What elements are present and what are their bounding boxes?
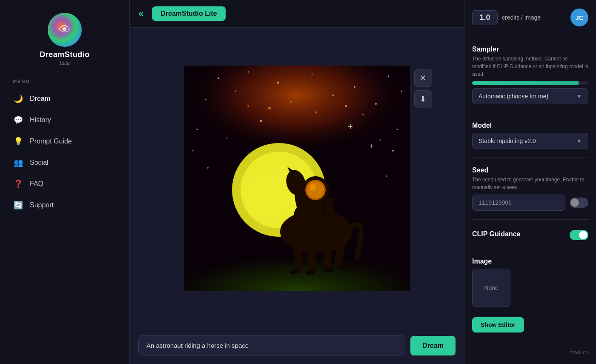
seed-row [472,195,588,211]
top-bar: « DreamStudio Lite [130,0,464,28]
sampler-desc: The diffusion sampling method. Cannot be… [472,55,588,78]
seed-toggle[interactable] [570,198,588,208]
avatar[interactable]: JC [570,9,588,26]
logo-area: 👁 DreamStudio beta [40,13,90,66]
sampler-value: Automatic (choose for me) [479,93,548,100]
sidebar-item-faq[interactable]: ❓ FAQ [0,173,129,195]
dream-button[interactable]: Dream [410,336,456,355]
sidebar-item-faq-label: FAQ [30,180,43,188]
svg-point-44 [309,184,316,191]
seed-section: Seed The seed used to generate your imag… [472,166,588,211]
seed-toggle-knob [570,198,579,207]
logo-eye-icon: 👁 [58,23,71,37]
generated-image-container: ✕ ⬇ [184,66,410,291]
svg-point-48 [386,175,387,177]
main-content: « DreamStudio Lite [130,0,464,364]
back-button[interactable]: « [138,8,143,19]
sidebar-item-history[interactable]: 💬 History [0,109,129,131]
divider-1 [472,37,588,37]
watermark: znwx.cn [472,345,588,355]
svg-rect-36 [306,270,315,275]
divider-5 [472,249,588,249]
seed-input[interactable] [472,195,565,211]
prompt-input[interactable] [138,335,405,355]
history-icon: 💬 [13,115,24,126]
divider-2 [472,113,588,113]
sampler-dropdown[interactable]: Automatic (choose for me) ▼ [472,88,588,104]
logo-icon: 👁 [48,13,82,47]
sidebar-item-prompt-guide-label: Prompt Guide [30,138,72,145]
sidebar-item-dream[interactable]: 🌙 Dream [0,88,129,109]
right-panel: 1.0 credits / image JC Sampler The diffu… [464,0,596,364]
divider-3 [472,158,588,158]
menu-label: MENU [0,79,129,84]
app-title-pill: DreamStudio Lite [152,6,225,21]
sidebar: 👁 DreamStudio beta MENU 🌙 Dream 💬 Histor… [0,0,130,364]
sidebar-item-prompt-guide[interactable]: 💡 Prompt Guide [0,131,129,152]
image-section: Image None [472,258,588,307]
svg-point-47 [207,167,209,169]
prompt-guide-icon: 💡 [13,136,24,147]
model-title: Model [472,122,588,129]
sidebar-item-support[interactable]: 🔄 Support [0,195,129,216]
sidebar-item-history-label: History [30,116,51,124]
clip-title: CLIP Guidance [472,230,521,238]
support-icon: 🔄 [13,200,24,211]
svg-point-45 [226,138,227,139]
clip-toggle[interactable] [570,230,588,240]
credits-bar: 1.0 credits / image JC [472,9,588,26]
progress-bar-fill [472,81,579,85]
download-icon: ⬇ [420,95,426,104]
model-section: Model Stable Inpainting v2.0 ▼ [472,122,588,149]
model-value: Stable Inpainting v2.0 [479,138,536,144]
sampler-section: Sampler The diffusion sampling method. C… [472,46,588,104]
clip-row: CLIP Guidance [472,230,588,240]
svg-point-43 [307,181,324,198]
svg-rect-38 [338,265,347,269]
chevron-down-icon-2: ▼ [576,138,582,144]
dream-icon: 🌙 [13,93,24,104]
app-subtitle: beta [60,60,69,66]
seed-desc: The seed used to generate your image. En… [472,176,588,191]
close-button[interactable]: ✕ [414,69,432,87]
chevron-down-icon: ▼ [576,93,582,100]
seed-title: Seed [472,166,588,174]
credits-label: credits / image [502,14,541,21]
model-dropdown[interactable]: Stable Inpainting v2.0 ▼ [472,133,588,149]
sidebar-item-social[interactable]: 👥 Social [0,152,129,173]
sidebar-item-support-label: Support [30,201,54,209]
image-placeholder: None [472,269,510,307]
show-editor-button[interactable]: Show Editor [472,317,524,332]
image-area: ✕ ⬇ [130,28,464,329]
nav-items: 🌙 Dream 💬 History 💡 Prompt Guide 👥 Socia… [0,88,129,216]
sampler-title: Sampler [472,46,588,53]
close-icon: ✕ [420,73,426,83]
generated-image [184,66,410,291]
svg-rect-32 [308,246,315,272]
faq-icon: ❓ [13,178,24,189]
prompt-area: Dream [130,329,464,364]
credits-value: 1.0 [472,10,498,25]
clip-guidance-section: CLIP Guidance [472,228,588,240]
svg-rect-37 [324,268,333,272]
image-section-title: Image [472,258,588,265]
sampler-progress-bar [472,81,588,85]
svg-point-46 [379,140,381,141]
divider-4 [472,219,588,220]
social-icon: 👥 [13,157,24,168]
sidebar-item-social-label: Social [30,159,49,166]
app-title: DreamStudio [40,50,90,59]
sidebar-item-dream-label: Dream [30,95,50,103]
download-button[interactable]: ⬇ [414,90,432,108]
clip-toggle-knob [579,231,587,239]
image-actions: ✕ ⬇ [414,69,432,108]
